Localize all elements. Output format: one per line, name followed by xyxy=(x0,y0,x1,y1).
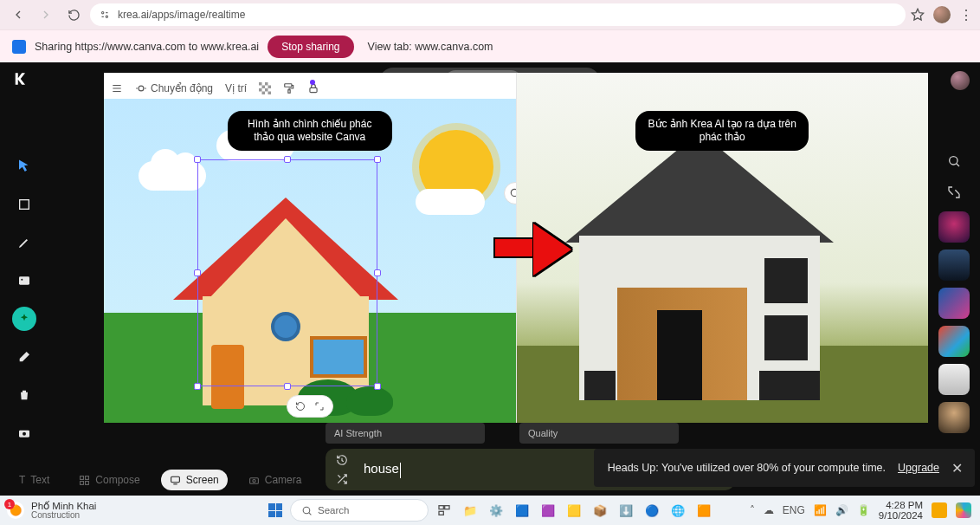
tray-chevron-icon[interactable]: ˄ xyxy=(750,504,755,516)
settings-app-icon[interactable]: ⚙️ xyxy=(486,500,506,521)
svg-rect-10 xyxy=(259,82,262,86)
reload-button[interactable] xyxy=(62,3,85,26)
history-thumb[interactable] xyxy=(938,288,970,319)
house-shape[interactable] xyxy=(182,198,390,414)
svg-rect-30 xyxy=(171,476,179,483)
expand-icon[interactable] xyxy=(942,180,966,204)
svg-point-8 xyxy=(139,86,144,91)
app6-icon[interactable]: 🟧 xyxy=(693,500,714,521)
magic-tool-icon[interactable] xyxy=(12,307,36,331)
svg-point-0 xyxy=(102,12,104,14)
history-thumb[interactable] xyxy=(938,326,970,357)
language-indicator[interactable]: ENG xyxy=(783,504,805,516)
position-toggle[interactable]: Vị trí xyxy=(225,82,247,94)
svg-rect-18 xyxy=(285,84,292,88)
history-thumb[interactable] xyxy=(938,211,970,243)
onedrive-icon[interactable]: ☁ xyxy=(764,504,774,516)
view-tab-link[interactable]: View tab: www.canva.com xyxy=(368,41,493,53)
upgrade-link[interactable]: Upgrade xyxy=(898,462,939,474)
browser-toolbar: krea.ai/apps/image/realtime ⋮ xyxy=(0,0,980,29)
ai-strength-slider[interactable]: AI Strength xyxy=(326,423,485,444)
search-icon[interactable] xyxy=(942,149,966,173)
svg-rect-14 xyxy=(259,88,262,92)
app1-icon[interactable]: 🟪 xyxy=(538,500,558,521)
svg-point-7 xyxy=(950,157,957,165)
canva-bottom-pill xyxy=(287,395,333,418)
svg-point-32 xyxy=(253,479,255,482)
cloud-shape xyxy=(416,189,485,215)
wifi-icon[interactable]: 📶 xyxy=(814,504,827,516)
taskbar-search[interactable]: Search xyxy=(290,499,429,522)
site-info-icon[interactable] xyxy=(99,9,111,21)
refresh-icon[interactable] xyxy=(293,399,308,414)
notification-icon[interactable] xyxy=(932,502,947,518)
right-column xyxy=(937,149,971,433)
arrow-indicator-icon xyxy=(493,237,535,258)
trash-tool-icon[interactable] xyxy=(12,383,36,407)
explorer-icon[interactable]: 📁 xyxy=(460,500,480,521)
svg-rect-15 xyxy=(265,88,268,92)
address-bar[interactable]: krea.ai/apps/image/realtime xyxy=(90,3,906,26)
volume-icon[interactable]: 🔊 xyxy=(835,504,848,516)
random-icon[interactable] xyxy=(336,473,353,485)
expand-mini-icon[interactable] xyxy=(312,399,327,414)
mode-compose[interactable]: Compose xyxy=(70,470,148,490)
dropbox-icon[interactable]: ⬇️ xyxy=(616,500,636,521)
transparency-icon[interactable] xyxy=(259,82,271,94)
quality-slider[interactable]: Quality xyxy=(519,423,679,444)
history-thumb[interactable] xyxy=(938,250,970,281)
user-avatar-icon[interactable] xyxy=(951,71,970,90)
mode-camera[interactable]: Camera xyxy=(240,470,311,490)
edge-icon[interactable]: 🟦 xyxy=(512,500,532,521)
sketch-pane[interactable]: Chuyển động Vị trí xyxy=(104,73,517,423)
word-icon[interactable]: 🔵 xyxy=(642,500,662,521)
widgets-icon[interactable]: 🟠 xyxy=(7,502,24,519)
forward-button[interactable] xyxy=(35,3,57,26)
share-indicator-icon xyxy=(12,40,26,54)
start-button[interactable] xyxy=(266,501,285,520)
output-pane[interactable]: Bức ảnh Krea AI tạo ra dựa trên phác thả… xyxy=(517,73,929,423)
motion-toggle[interactable]: Chuyển động xyxy=(135,82,213,94)
app3-icon[interactable]: 📦 xyxy=(590,500,610,521)
app2-icon[interactable]: 🟨 xyxy=(564,500,584,521)
krea-logo-icon[interactable] xyxy=(12,71,28,87)
compute-banner: Heads Up: You've utilized over 80% of yo… xyxy=(594,449,975,487)
eraser-tool-icon[interactable] xyxy=(12,345,36,369)
input-modes: TText Compose Screen Camera xyxy=(10,470,310,490)
svg-rect-26 xyxy=(81,476,84,479)
svg-rect-31 xyxy=(249,477,258,483)
svg-point-21 xyxy=(511,189,517,196)
annotation-right: Bức ảnh Krea AI tạo ra dựa trên phác thả… xyxy=(635,111,809,151)
kebab-menu-icon[interactable]: ⋮ xyxy=(959,7,973,23)
indicator-dot-icon xyxy=(310,80,315,85)
mode-screen[interactable]: Screen xyxy=(161,470,228,490)
image-tool-icon[interactable] xyxy=(12,269,36,293)
bush-shape xyxy=(346,386,393,416)
profile-avatar-icon[interactable] xyxy=(933,6,951,23)
svg-rect-36 xyxy=(439,511,443,515)
pen-tool-icon[interactable] xyxy=(12,230,36,255)
pointer-tool-icon[interactable] xyxy=(12,154,36,178)
svg-rect-3 xyxy=(19,276,29,284)
share-text: Sharing https://www.canva.com to www.kre… xyxy=(35,41,259,53)
stop-sharing-button[interactable]: Stop sharing xyxy=(268,36,353,58)
svg-rect-34 xyxy=(439,506,443,509)
paint-roller-icon[interactable] xyxy=(283,82,295,94)
mode-text[interactable]: TText xyxy=(10,470,58,490)
copilot-icon[interactable] xyxy=(956,502,971,518)
close-icon[interactable]: ✕ xyxy=(951,460,963,476)
history-icon[interactable] xyxy=(336,454,353,466)
battery-icon[interactable]: 🔋 xyxy=(857,504,870,516)
back-button[interactable] xyxy=(7,3,29,26)
rectangle-tool-icon[interactable] xyxy=(12,192,36,217)
chrome-icon[interactable]: 🌐 xyxy=(667,500,688,521)
clock[interactable]: 4:28 PM 9/10/2024 xyxy=(879,500,923,521)
tool-column xyxy=(9,154,40,445)
task-view-icon[interactable] xyxy=(434,500,455,521)
canva-menu-icon[interactable] xyxy=(111,82,123,94)
widgets-text[interactable]: Phố Minh Khai Construction xyxy=(31,501,96,521)
history-thumb[interactable] xyxy=(938,364,970,395)
windows-taskbar: 🟠 Phố Minh Khai Construction Search 📁 ⚙️… xyxy=(0,496,980,525)
svg-rect-17 xyxy=(268,92,272,95)
bookmark-icon[interactable] xyxy=(911,8,925,22)
